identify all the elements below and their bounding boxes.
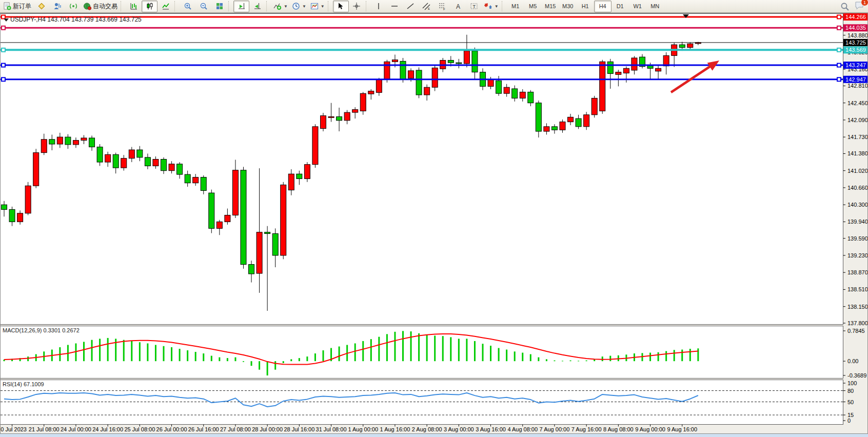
time-tick-label: 27 Jul 08:00 — [220, 426, 251, 432]
candle-body — [400, 61, 406, 80]
timeframe-h4-button[interactable]: H4 — [594, 1, 611, 12]
candle-body — [241, 170, 246, 265]
text-button[interactable]: A — [450, 1, 466, 12]
candle-body — [209, 193, 214, 228]
metaeditor-button[interactable] — [33, 1, 49, 12]
timeframe-m30-button[interactable]: M30 — [559, 1, 577, 12]
hline-handle[interactable] — [2, 77, 5, 81]
hline-handle[interactable] — [2, 26, 5, 30]
candle-body — [57, 137, 63, 144]
timeframe-d1-button[interactable]: D1 — [611, 1, 629, 12]
hline-handle[interactable] — [837, 77, 841, 81]
market-watch-button[interactable] — [49, 1, 65, 12]
cursor-button[interactable] — [333, 1, 349, 12]
auto-scroll-icon — [238, 2, 246, 10]
templates-button[interactable]: ▼ — [308, 1, 327, 12]
candle-body — [360, 93, 366, 111]
horizontal-line-button[interactable] — [387, 1, 403, 12]
chart-shift-button[interactable] — [249, 1, 265, 12]
candle-body — [225, 215, 230, 222]
time-tick-label: 28 Jul 00:00 — [252, 426, 283, 432]
candle-body — [488, 80, 494, 87]
tile-windows-button[interactable] — [211, 1, 227, 12]
candle-body — [456, 63, 462, 64]
svg-text:F: F — [443, 8, 445, 11]
hline-handle[interactable] — [2, 64, 5, 67]
search-icon[interactable] — [840, 2, 850, 11]
rsi-axis-label: 0 — [847, 418, 851, 424]
zoom-in-button[interactable] — [180, 1, 195, 12]
candle-body — [105, 154, 111, 162]
indicators-button[interactable]: ▼ — [271, 1, 290, 12]
fibonacci-button[interactable]: F — [435, 1, 450, 12]
arrows-dropdown-caret[interactable]: ▼ — [495, 4, 499, 9]
price-level-label: 143.569 — [845, 47, 866, 53]
timeframe-mn-button[interactable]: MN — [646, 1, 664, 12]
time-tick-label: 3 Aug 16:00 — [476, 426, 506, 432]
time-tick-label: 7 Aug 16:00 — [571, 426, 602, 432]
chart-canvas[interactable]: 144.240143.880143.520143.160142.810142.4… — [0, 0, 868, 437]
tile-windows-icon — [215, 2, 224, 10]
macd-panel[interactable] — [1, 326, 843, 379]
autotrading-label: 自动交易 — [93, 2, 117, 11]
signals-button[interactable] — [65, 1, 81, 12]
arrows-button[interactable]: ▼ — [482, 1, 501, 12]
line-chart-button[interactable] — [157, 1, 173, 12]
candle-body — [73, 141, 78, 145]
hline-handle[interactable] — [837, 26, 841, 30]
time-tick-label: 1 Aug 16:00 — [380, 426, 410, 432]
hline-handle[interactable] — [2, 48, 5, 52]
main-price-panel[interactable] — [1, 14, 843, 325]
candlestick-chart-button[interactable] — [142, 1, 157, 12]
hline-handle[interactable] — [837, 48, 841, 52]
notifications-button[interactable]: 1 — [855, 1, 865, 12]
timeframe-m5-button[interactable]: M5 — [524, 1, 542, 12]
candle-body — [281, 185, 286, 255]
toolbar-separator — [266, 1, 270, 11]
hline-handle[interactable] — [837, 64, 841, 67]
candle-body — [376, 80, 382, 92]
candle-body — [328, 116, 334, 117]
zoom-out-button[interactable] — [195, 1, 211, 12]
crosshair-button[interactable] — [349, 1, 365, 12]
price-tick-label: 139.940 — [847, 218, 868, 225]
candle-body — [304, 165, 310, 179]
vertical-line-button[interactable] — [371, 1, 387, 12]
candle-body — [153, 160, 159, 166]
candle-body — [576, 118, 581, 127]
window-bottom-strip — [0, 434, 868, 437]
candle-body — [65, 137, 71, 145]
candle-body — [408, 71, 414, 78]
toolbar-separator — [502, 1, 506, 11]
timeframe-m1-button[interactable]: M1 — [507, 1, 524, 12]
price-tick-label: 139.590 — [847, 235, 868, 242]
periods-button[interactable]: ▼ — [290, 1, 308, 12]
channel-icon: E — [422, 2, 430, 10]
new-order-button[interactable]: 新订单 — [1, 1, 33, 12]
bar-chart-button[interactable] — [126, 1, 142, 12]
equidistant-channel-button[interactable]: E — [419, 1, 435, 12]
trendline-button[interactable] — [403, 1, 419, 12]
timeframe-m15-button[interactable]: M15 — [542, 1, 559, 12]
templates-dropdown-caret[interactable]: ▼ — [321, 4, 325, 9]
candle-body — [392, 60, 398, 62]
hline-handle[interactable] — [837, 15, 841, 19]
one-click-trading-arrow[interactable] — [4, 18, 9, 22]
autotrading-button[interactable]: 自动交易 — [81, 1, 120, 12]
candle-body — [121, 158, 127, 168]
price-tick-label: 141.380 — [847, 150, 868, 156]
candle-body — [679, 45, 685, 48]
timeframe-label: D1 — [617, 3, 624, 9]
toolbar-separator — [228, 1, 232, 11]
timeframe-w1-button[interactable]: W1 — [629, 1, 646, 12]
price-tick-label: 141.020 — [847, 168, 868, 174]
auto-scroll-button[interactable] — [233, 1, 249, 12]
toolbar-separator — [121, 1, 125, 11]
timeframe-h1-button[interactable]: H1 — [577, 1, 594, 12]
candlestick-icon — [146, 2, 154, 10]
periods-dropdown-caret[interactable]: ▼ — [302, 4, 306, 9]
timeframe-label: H1 — [582, 3, 589, 9]
candle-body — [288, 174, 294, 190]
text-label-button[interactable]: T — [466, 1, 482, 12]
indicators-dropdown-caret[interactable]: ▼ — [284, 4, 288, 9]
